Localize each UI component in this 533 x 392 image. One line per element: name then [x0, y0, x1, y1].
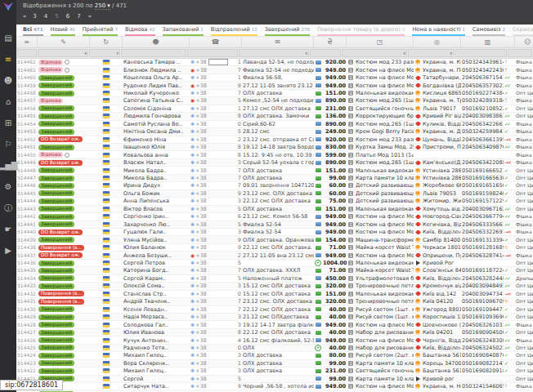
- total-column-filter[interactable]: [310, 49, 341, 57]
- phone-cell[interactable]: ✻+38: [190, 329, 232, 336]
- phone-cell[interactable]: ✻+38: [190, 229, 232, 235]
- table-row[interactable]: 514451 Завершений Іващенко Юлія ✻+38 8 1…: [16, 144, 533, 151]
- phone-cell[interactable]: ✻+38: [190, 190, 232, 197]
- phone-cell[interactable]: ◉+38: [190, 252, 232, 259]
- table-row[interactable]: 514444 Завершений Анна Липенська ✻+38 3 …: [16, 198, 533, 205]
- sidebar-item-warehouse[interactable]: ⌂: [0, 91, 16, 113]
- table-row[interactable]: 514440 DO Возврат ож. Гуцалюк Гали.. ✻+3…: [16, 229, 533, 236]
- status-tab[interactable]: Відмова 42: [125, 24, 155, 36]
- phone-cell[interactable]: ✻+38: [190, 352, 232, 359]
- sidebar-item-info[interactable]: ⓘ: [0, 198, 16, 219]
- table-row[interactable]: 514439 Завершений Уляна Мусійов.. ✻+38 9…: [16, 236, 533, 243]
- sidebar-item-clients[interactable]: ☻: [0, 70, 16, 91]
- status-tab[interactable]: Новий 48: [51, 24, 75, 36]
- pager-page[interactable]: 3: [33, 13, 36, 20]
- table-row[interactable]: 514432 Повернення (в... Станіслав Стр.. …: [16, 291, 533, 298]
- phone-cell[interactable]: ✻+38: [190, 298, 232, 305]
- status-tab[interactable]: Самовивіз 2: [473, 24, 505, 36]
- table-row[interactable]: 514445 Завершений Ольга Божик ✻+38 9 23.…: [16, 190, 533, 198]
- phone-cell[interactable]: ✻+38: [190, 59, 232, 65]
- sidebar-item-video[interactable]: ▶: [0, 240, 16, 261]
- table-row[interactable]: 514458 Завершений Николай Кучеренко ✻+38…: [16, 90, 533, 97]
- table-row[interactable]: 514421 Завершений Сергей ✻+38 5 99.00 1 …: [16, 376, 533, 383]
- table-row[interactable]: 514435 Завершений Катерина Богд.. ✻+38 7…: [16, 267, 533, 274]
- status-tab[interactable]: Всі 471: [23, 24, 43, 36]
- table-row[interactable]: 514422 Завершений Михаил Гилец.. ✻+38 3 …: [16, 368, 533, 375]
- table-row[interactable]: 514449 DO Возврат ож. Власюк Натал.. ✻+3…: [16, 159, 533, 167]
- table-row[interactable]: 514446 Завершений Ирина Дидух ✻+38 7 09.…: [16, 182, 533, 189]
- table-row[interactable]: 514460 Завершений Кошелева Ольга Ар.. ✻+…: [16, 74, 533, 82]
- table-row[interactable]: 514430 Завершений Ксенія Левадн.. ✻+38 7…: [16, 306, 533, 314]
- per-page-select[interactable]: 250 ▾: [95, 2, 110, 10]
- sidebar-item-statistics[interactable]: ▂▅▇: [0, 155, 16, 176]
- table-row[interactable]: 514434 Завершений Сергей Карам.. ✻+38 5 …: [16, 275, 533, 283]
- phone-cell[interactable]: ✻+38: [190, 121, 232, 127]
- phone-cell[interactable]: ✻+38: [190, 283, 232, 289]
- phone-cell[interactable]: ✻+38: [190, 360, 232, 367]
- table-row[interactable]: 514452 DO Возврат ож. Єфименко Ніна ✻+38…: [16, 136, 533, 144]
- phone-cell[interactable]: ✻+38: [190, 136, 232, 143]
- phone-cell[interactable]: ✻+38: [190, 337, 232, 344]
- phone-cell[interactable]: ✻+38: [190, 74, 232, 81]
- phone-cell[interactable]: ◉+38: [190, 82, 232, 89]
- pager-first-icon[interactable]: «: [23, 13, 25, 20]
- table-row[interactable]: 514425 Завершений Радченко Тетя.. ✻+38 0…: [16, 345, 533, 352]
- table-row[interactable]: 514457 Відмова Сапегина Татьяна С.. ◉+38…: [16, 97, 533, 105]
- pager-page[interactable]: 5: [55, 13, 58, 20]
- inline-edit-box[interactable]: [208, 59, 228, 65]
- phone-cell[interactable]: ✻+38: [190, 105, 232, 112]
- status-tab[interactable]: Нема в наявності 1: [412, 24, 465, 36]
- sidebar-item-dashboard[interactable]: ▤: [0, 28, 16, 49]
- table-row[interactable]: 514454 Завершений Самотій Руслана Во.. ✻…: [16, 121, 533, 128]
- address-column[interactable]: ◎: [414, 37, 461, 47]
- pager-last-icon[interactable]: »: [88, 13, 91, 20]
- table-row[interactable]: 514461 Відмова Близнюк Людмила .. ◉+38 7…: [16, 66, 533, 74]
- status-column-filter[interactable]: [38, 49, 88, 57]
- status-tab[interactable]: Повернення товару (в дорозі) 0: [317, 24, 405, 36]
- table-row[interactable]: 514450 Відмова Ковальова анна ✻+38 8 15.…: [16, 151, 533, 158]
- sidebar-item-shop[interactable]: ⊞: [0, 113, 16, 134]
- phone-cell[interactable]: ✻+38: [190, 314, 232, 320]
- phone-cell[interactable]: ✻+38: [190, 345, 232, 351]
- status-tab[interactable]: Відправлений 12: [211, 24, 258, 36]
- phone-cell[interactable]: ◉+38: [190, 67, 232, 74]
- comment-column-filter[interactable]: [239, 49, 309, 57]
- table-row[interactable]: 514459 Завершений Руденко Лидия Пав.. ◉+…: [16, 82, 533, 89]
- phone-cell[interactable]: ✻+38: [190, 175, 232, 181]
- table-row[interactable]: 514423 Завершений Вера Скляренк.. ✻+38 1…: [16, 360, 533, 368]
- client-column-filter[interactable]: [121, 49, 186, 57]
- comment-column[interactable]: ✉: [242, 37, 314, 47]
- table-row[interactable]: 514442 Завершений Сергіенко Ірин.. ✻+38 …: [16, 213, 533, 220]
- status-tab[interactable]: Сервіси 0: [513, 24, 533, 36]
- id-column[interactable]: ≡: [16, 37, 38, 47]
- history-column[interactable]: ↻: [90, 37, 123, 47]
- sidebar-item-settings[interactable]: ⚙: [0, 176, 16, 198]
- phone-cell[interactable]: ✻+38: [190, 383, 232, 390]
- table-row[interactable]: 514428 Завершений Солодкова Гал.. ✻+38 3…: [16, 321, 533, 328]
- phone-cell[interactable]: ✻+38: [190, 244, 232, 251]
- sidebar-item-handbook[interactable]: ☛: [0, 219, 16, 240]
- status-tab[interactable]: Прийнятий 7: [83, 24, 118, 36]
- phone-cell[interactable]: ✻+38: [190, 275, 232, 282]
- status-tab[interactable]: Запакований 1: [163, 24, 204, 36]
- manager-column[interactable]: ☺: [515, 37, 533, 47]
- table-row[interactable]: 514431 Повернення (в... Андрій Ткаченк..…: [16, 298, 533, 305]
- phone-cell[interactable]: ✻+38: [190, 306, 232, 313]
- phone-cell[interactable]: ✻+38: [190, 376, 232, 382]
- sidebar-item-orders[interactable]: ≡: [0, 49, 16, 70]
- ttn-column-filter[interactable]: [455, 49, 507, 57]
- pager-page[interactable]: 4: [44, 13, 47, 20]
- manager-column-filter[interactable]: [508, 49, 532, 57]
- phone-cell[interactable]: ✻+38: [190, 368, 232, 374]
- id-column-filter[interactable]: [17, 49, 37, 57]
- pager-page[interactable]: 6: [66, 13, 69, 20]
- history-column-filter[interactable]: [89, 49, 120, 57]
- table-row[interactable]: 514427 Завершений Юлия Иванова ✻+38 8 22…: [16, 329, 533, 336]
- ttn-column[interactable]: ▥: [461, 37, 515, 47]
- table-row[interactable]: 514448 Завершений Микола Бадра.. ✻+38 7 …: [16, 167, 533, 174]
- table-row[interactable]: 514462 Відмова Каневська Тамара .. ✻+38 …: [16, 59, 533, 66]
- phone-cell[interactable]: ✻+38: [190, 260, 232, 266]
- product-column[interactable]: ◳: [347, 37, 414, 47]
- total-column[interactable]: ₴: [314, 37, 347, 47]
- table-row[interactable]: 514437 DO Возврат ож. Анжела Безушк.. ◉+…: [16, 252, 533, 259]
